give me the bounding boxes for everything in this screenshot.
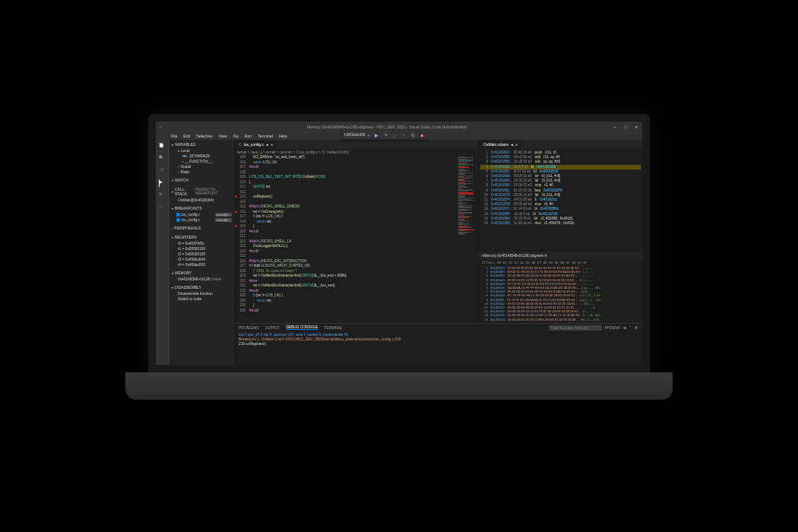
close-icon[interactable]: ✕ — [635, 326, 638, 330]
variable-row[interactable]: ret: 1079480628 — [172, 154, 232, 159]
menu-selection[interactable]: Selection — [196, 134, 212, 138]
maximize-button[interactable]: □ — [622, 124, 629, 130]
debug-config-select[interactable]: hi3516dv300 — [344, 133, 365, 137]
watch-section[interactable]: ▾Watch — [172, 176, 232, 184]
laptop-frame: ⧉ Memory (0x40148348+0x128).dbgmem - HDC… — [148, 114, 650, 403]
menu-terminal[interactable]: Terminal — [258, 134, 273, 138]
chevron-down-icon[interactable]: ˅ — [629, 326, 632, 330]
laptop-base — [125, 372, 673, 400]
stop-icon[interactable]: ■ — [419, 132, 425, 138]
close-button[interactable]: ✕ — [633, 124, 639, 130]
callstack-frame[interactable]: OsMain@0x4018184c — [172, 198, 232, 203]
memory-view: ≡ Memory (0x40148348+0x128).dbgmem ✕ Off… — [479, 251, 642, 323]
memory-section[interactable]: ▾Memory — [172, 269, 232, 277]
step-over-icon[interactable]: ↷ — [382, 132, 388, 138]
tab-osmain-cdasm[interactable]: OsMain.cdasm●✕ — [479, 140, 522, 149]
extensions-icon[interactable]: ⊞ — [159, 192, 166, 199]
minimap[interactable] — [457, 155, 478, 323]
register-row[interactable]: r3 = 0x456bc844 — [172, 257, 232, 262]
register-row[interactable]: r1 = 0x00000100 — [172, 246, 232, 252]
debug-console-output[interactable]: idm7.cpu_a7.0 rev 5, partnum c07, arch f… — [234, 331, 642, 365]
step-into-icon[interactable]: ↓ — [391, 132, 397, 138]
code-editor[interactable]: DG_ERR(ret, "os_add_basic_all"); return … — [248, 155, 457, 323]
explorer-icon[interactable]: 📄 — [159, 143, 166, 150]
variable-row[interactable]: › __FUNCTION__: — [172, 159, 232, 164]
menu-help[interactable]: Help — [279, 134, 287, 138]
breakpoints-section[interactable]: ▾Breakpoints — [172, 204, 232, 212]
memory-header: Offset: 00 01 02 03 04 05 06 07 08 09 0A… — [479, 259, 642, 265]
menu-go[interactable]: Go — [233, 134, 239, 138]
menu-file[interactable]: File — [171, 134, 177, 138]
register-row[interactable]: r0 = 0x40379f5c — [172, 241, 232, 246]
peripherals-section[interactable]: ›Peripherals — [172, 224, 232, 232]
tab-los-config[interactable]: Clos_config.c●✕ — [234, 140, 277, 149]
memory-body[interactable]: 140148470:02 00 00 00 00 00 00 E3 04 F0 … — [479, 265, 642, 323]
panel-badge: PHOENIX — [605, 326, 620, 330]
checkbox-icon[interactable] — [176, 218, 180, 222]
disassembly-view[interactable]: 10x4018184c: 00 48 2d e9 push {r11, lr}2… — [479, 149, 642, 251]
callstack-section[interactable]: ▾Call Stack PAUSED ON BREAKPOINT — [172, 185, 232, 198]
restart-icon[interactable]: ↻ — [410, 132, 416, 138]
test-icon[interactable]: △ — [159, 204, 166, 211]
search-icon[interactable]: 🔍 — [159, 155, 166, 163]
panel-tab-terminal[interactable]: Terminal — [324, 326, 342, 330]
minimize-button[interactable]: ─ — [612, 124, 618, 130]
editor-tabs-left: Clos_config.c●✕ — [234, 140, 478, 149]
left-editor-pane: Clos_config.c●✕ kernel > liteos_a > kern… — [234, 140, 479, 323]
activity-bar: 📄 🔍 ⎇ ▶ ⊞ △ — [156, 140, 169, 365]
breakpoint-row[interactable]: los_config.ckernel@... — [172, 212, 232, 217]
panel-filter-input[interactable] — [549, 325, 602, 331]
panel-tab-debug-console[interactable]: Debug Console — [286, 325, 318, 330]
debug-sidebar: ▾Variables ▾Local ret: 1079480628 › __FU… — [169, 140, 234, 365]
editor-area: Clos_config.c●✕ kernel > liteos_a > kern… — [234, 140, 642, 365]
breakpoint-row[interactable]: los_config.ckernel@... — [172, 217, 232, 223]
registers-section[interactable]: ▾Registers — [172, 233, 232, 241]
register-row[interactable]: r2 = 0x00000100 — [172, 252, 232, 257]
continue-icon[interactable]: ▶ — [373, 132, 379, 138]
disassemble-function[interactable]: Disassemble function — [172, 291, 232, 296]
switch-to-code[interactable]: Switch to code — [172, 296, 232, 302]
memory-tab[interactable]: ≡ Memory (0x40148348+0x128).dbgmem ✕ — [479, 252, 642, 259]
menu-run[interactable]: Run — [245, 134, 252, 138]
panel-tab-output[interactable]: Output — [265, 326, 280, 330]
memory-expr[interactable]: 0x40148348+0x128 Delete — [172, 277, 232, 282]
editor-tabs-right: OsMain.cdasm●✕ — [479, 140, 642, 149]
clear-icon[interactable]: ⊘ — [623, 326, 626, 330]
screen-bezel: ⧉ Memory (0x40148348+0x128).dbgmem - HDC… — [148, 114, 650, 372]
checkbox-icon[interactable] — [176, 213, 180, 217]
bottom-panel: Problems Output Debug Console Terminal P… — [234, 323, 642, 365]
close-icon[interactable]: ✕ — [271, 143, 273, 147]
right-editor-pane: OsMain.cdasm●✕ 10x4018184c: 00 48 2d e9 … — [479, 140, 642, 323]
menu-view[interactable]: View — [219, 134, 227, 138]
variables-section[interactable]: ▾Variables — [172, 141, 232, 148]
menu-edit[interactable]: Edit — [183, 134, 190, 138]
scm-icon[interactable]: ⎇ — [159, 167, 166, 175]
variables-global[interactable]: ›Global — [172, 164, 232, 169]
debug-icon[interactable]: ▶ — [159, 179, 166, 187]
register-row[interactable]: r4 = 0x406ec000 — [172, 262, 232, 268]
line-gutter: 2052062072082092102112122132142152162172… — [234, 155, 248, 323]
close-icon[interactable]: ✕ — [515, 143, 518, 147]
disassembly-section[interactable]: ▾Disassembly — [172, 283, 232, 291]
step-out-icon[interactable]: ↑ — [401, 132, 407, 138]
debug-toolbar: hi3516dv300 ▾ ▶ ↷ ↓ ↑ ↻ ■ — [342, 131, 427, 139]
panel-tab-problems[interactable]: Problems — [239, 326, 259, 330]
window-title: Memory (0x40148348+0x128).dbgmem - HDC_D… — [162, 125, 612, 129]
vscode-window: ⧉ Memory (0x40148348+0x128).dbgmem - HDC… — [156, 122, 642, 365]
variables-static[interactable]: ›Static — [172, 169, 232, 175]
breadcrumb[interactable]: kernel > liteos_a > kernel > common > C … — [234, 149, 478, 155]
variables-local[interactable]: ▾Local — [172, 148, 232, 154]
